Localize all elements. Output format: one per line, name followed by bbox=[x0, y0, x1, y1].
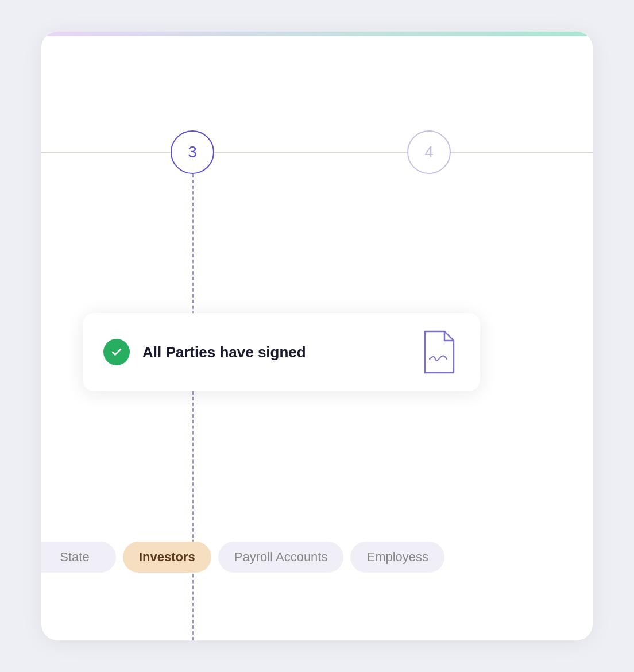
main-card: 3 4 All Parties have signed State bbox=[41, 32, 593, 640]
tab-payroll-label: Payroll Accounts bbox=[234, 550, 328, 565]
step-3-circle[interactable]: 3 bbox=[171, 130, 214, 174]
top-gradient-bar bbox=[41, 32, 593, 36]
tab-state[interactable]: State bbox=[41, 542, 116, 573]
tab-investors-label: Investors bbox=[139, 550, 195, 565]
status-card: All Parties have signed bbox=[83, 313, 480, 391]
tab-employees[interactable]: Employess bbox=[350, 542, 444, 573]
tab-state-label: State bbox=[60, 550, 89, 565]
step-track-line bbox=[41, 152, 593, 153]
tab-payroll[interactable]: Payroll Accounts bbox=[218, 542, 344, 573]
status-left-section: All Parties have signed bbox=[103, 339, 306, 365]
status-text: All Parties have signed bbox=[142, 343, 306, 361]
step-4-number: 4 bbox=[424, 143, 434, 161]
step-4-circle[interactable]: 4 bbox=[407, 130, 451, 174]
step-3-number: 3 bbox=[188, 143, 197, 161]
document-icon bbox=[418, 329, 459, 375]
tab-employees-label: Employess bbox=[366, 550, 428, 565]
tab-investors[interactable]: Investors bbox=[123, 542, 211, 573]
tab-bar: State Investors Payroll Accounts Employe… bbox=[41, 542, 593, 573]
check-icon bbox=[103, 339, 130, 365]
